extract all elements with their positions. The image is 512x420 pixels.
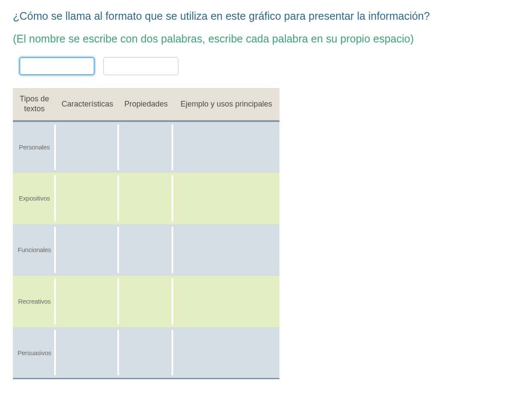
- table-header-col1: Tipos de textos: [13, 88, 56, 121]
- table-cell: [56, 276, 119, 327]
- table-cell: [119, 121, 173, 173]
- table-header-col2: Características: [56, 88, 119, 121]
- table-cell: [56, 173, 119, 224]
- table-row: Funcionales: [13, 224, 279, 276]
- table-row-label: Recreativos: [13, 276, 56, 327]
- answer-inputs-row: [13, 57, 499, 75]
- table-row-label: Expositivos: [13, 173, 56, 224]
- table-cell: [173, 276, 279, 327]
- table-cell: [119, 173, 173, 224]
- table-cell: [56, 224, 119, 276]
- example-table: Tipos de textos Características Propieda…: [13, 88, 279, 379]
- answer-word-1-input[interactable]: [19, 57, 95, 75]
- table-cell: [173, 173, 279, 224]
- table-cell: [119, 327, 173, 379]
- answer-word-2-input[interactable]: [103, 57, 178, 75]
- table-row: Personales: [13, 121, 279, 173]
- table-row-label: Persuasivos: [13, 327, 56, 379]
- table-cell: [119, 224, 173, 276]
- hint-text: (El nombre se escribe con dos palabras, …: [13, 31, 499, 46]
- table-row: Persuasivos: [13, 327, 279, 379]
- table-row-label: Personales: [13, 121, 56, 173]
- table-row-label: Funcionales: [13, 224, 56, 276]
- table-cell: [173, 121, 279, 173]
- table-header-row: Tipos de textos Características Propieda…: [13, 88, 279, 121]
- table-header-col4: Ejemplo y usos principales: [173, 88, 279, 121]
- table-cell: [119, 276, 173, 327]
- table-header-col3: Propiedades: [119, 88, 173, 121]
- table-row: Expositivos: [13, 173, 279, 224]
- table-cell: [173, 327, 279, 379]
- table-cell: [56, 327, 119, 379]
- question-text: ¿Cómo se llama al formato que se utiliza…: [13, 9, 499, 24]
- table-cell: [56, 121, 119, 173]
- table-cell: [173, 224, 279, 276]
- table-row: Recreativos: [13, 276, 279, 327]
